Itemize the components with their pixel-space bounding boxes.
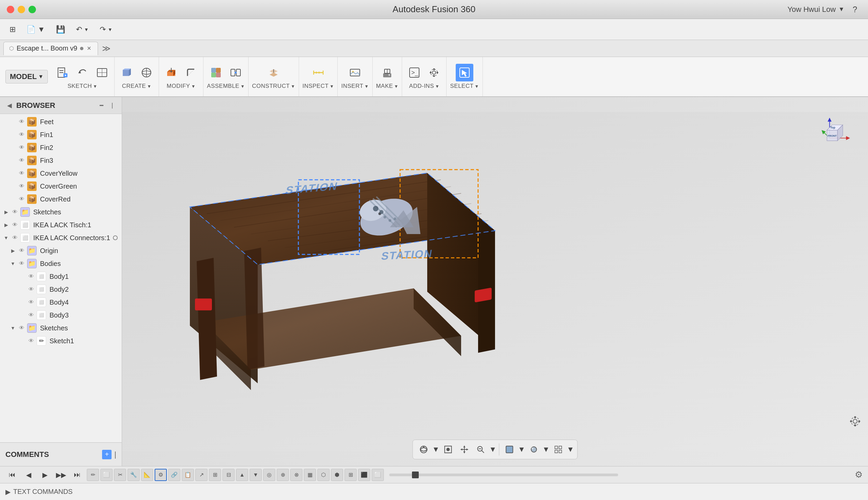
- tree-item-sketches-top[interactable]: ▶ 👁 📁 Sketches: [0, 206, 122, 218]
- inspect-measure-button[interactable]: [310, 64, 327, 81]
- browser-resize-button[interactable]: |: [108, 101, 116, 110]
- timeline-playhead[interactable]: [412, 471, 419, 478]
- create-box-button[interactable]: [118, 64, 136, 81]
- tl-icon-20[interactable]: ⊞: [345, 469, 357, 481]
- eye-icon-tisch[interactable]: 👁: [11, 221, 19, 229]
- select-button[interactable]: [456, 64, 473, 81]
- browser-back-button[interactable]: ◀: [5, 101, 14, 110]
- vp-orbit-dropdown[interactable]: ▼: [433, 442, 439, 457]
- timeline-track[interactable]: [389, 474, 618, 476]
- vp-display-dropdown[interactable]: ▼: [518, 442, 525, 457]
- save-button[interactable]: 💾: [52, 22, 69, 37]
- tl-icon-11[interactable]: ⊟: [222, 469, 235, 481]
- vp-grid-button[interactable]: [551, 442, 566, 457]
- comments-resize-button[interactable]: |: [114, 450, 116, 459]
- eye-icon-body1[interactable]: 👁: [27, 272, 35, 281]
- sketch-finish-button[interactable]: [93, 64, 111, 81]
- expand-icon-bodies[interactable]: ▼: [10, 260, 16, 267]
- tree-item-bodies[interactable]: ▼ 👁 📁 Bodies: [0, 257, 122, 270]
- tree-item-origin[interactable]: ▶ 👁 📁 Origin: [0, 244, 122, 257]
- tl-icon-6[interactable]: ⚙: [154, 469, 167, 481]
- vp-render-mode-button[interactable]: [526, 442, 542, 457]
- vp-orbit-button[interactable]: [416, 442, 431, 457]
- comments-add-button[interactable]: +: [102, 450, 112, 459]
- vp-zoom-dropdown[interactable]: ▼: [490, 442, 496, 457]
- user-menu[interactable]: Yow Hwui Low ▼ ?: [784, 5, 861, 14]
- timeline-first-button[interactable]: ⏮: [5, 468, 19, 482]
- eye-icon-fin3[interactable]: 👁: [18, 156, 26, 164]
- tl-icon-14[interactable]: ◎: [263, 469, 275, 481]
- expand-icon-sketches[interactable]: ▶: [3, 208, 10, 215]
- assemble-joint-button[interactable]: [227, 64, 244, 81]
- tree-item-feet[interactable]: 👁 📦 Feet: [0, 115, 122, 128]
- create-sphere-button[interactable]: [138, 64, 155, 81]
- tl-icon-12[interactable]: ▲: [236, 469, 248, 481]
- vp-display-mode-button[interactable]: [502, 442, 517, 457]
- expand-icon-sketches-nested[interactable]: ▼: [10, 325, 16, 331]
- tl-icon-22[interactable]: ⬜: [372, 469, 384, 481]
- expand-icon-origin[interactable]: ▶: [10, 247, 16, 254]
- tab-0[interactable]: ⬡ Escape t... Boom v9 ✕: [3, 42, 98, 55]
- vp-grid-dropdown[interactable]: ▼: [567, 442, 574, 457]
- eye-icon-body2[interactable]: 👁: [27, 285, 35, 293]
- tree-item-body4[interactable]: 👁 ⬜ Body4: [0, 296, 122, 309]
- tl-icon-10[interactable]: ⊞: [209, 469, 221, 481]
- make-3d-print-button[interactable]: [378, 64, 396, 81]
- assemble-new-component-button[interactable]: [207, 64, 225, 81]
- tl-icon-4[interactable]: 🔧: [127, 469, 140, 481]
- addins-scripts-button[interactable]: >_: [406, 64, 423, 81]
- tl-icon-18[interactable]: ⬡: [317, 469, 329, 481]
- tree-item-body1[interactable]: 👁 ⬜ Body1: [0, 270, 122, 283]
- expand-icon-tisch[interactable]: ▶: [3, 221, 10, 228]
- eye-icon-feet[interactable]: 👁: [18, 118, 26, 126]
- modify-fillet-button[interactable]: [182, 64, 200, 81]
- eye-icon-fin1[interactable]: 👁: [18, 130, 26, 139]
- tree-item-sketch1[interactable]: 👁 ✏ Sketch1: [0, 334, 122, 347]
- eye-icon-sketch1[interactable]: 👁: [27, 337, 35, 345]
- maximize-button[interactable]: [28, 6, 36, 13]
- model-dropdown[interactable]: MODEL ▼: [5, 70, 48, 83]
- file-menu-button[interactable]: 📄 ▼: [22, 22, 49, 37]
- eye-icon-cg[interactable]: 👁: [18, 182, 26, 190]
- tl-icon-9[interactable]: ↗: [195, 469, 208, 481]
- undo-button[interactable]: ↶ ▼: [72, 22, 93, 37]
- redo-button[interactable]: ↷ ▼: [96, 22, 117, 37]
- tl-icon-15[interactable]: ⊕: [277, 469, 289, 481]
- tree-item-ikea-tisch[interactable]: ▶ 👁 ⬜ IKEA LACK Tisch:1: [0, 218, 122, 231]
- timeline-next-button[interactable]: ▶▶: [54, 468, 68, 482]
- eye-icon-bodies[interactable]: 👁: [18, 260, 26, 268]
- tl-icon-7[interactable]: 🔗: [168, 469, 181, 481]
- tl-icon-13[interactable]: ▼: [250, 469, 262, 481]
- tree-item-fin3[interactable]: 👁 📦 Fin3: [0, 154, 122, 167]
- addins-gear-button[interactable]: [425, 64, 443, 81]
- tl-icon-17[interactable]: ▦: [304, 469, 316, 481]
- grid-view-button[interactable]: ⊞: [5, 22, 20, 37]
- view-cube[interactable]: Top FRONT: [814, 104, 861, 151]
- eye-icon-sketches-nested[interactable]: 👁: [18, 324, 26, 332]
- tree-item-body3[interactable]: 👁 ⬜ Body3: [0, 309, 122, 321]
- close-button[interactable]: [7, 6, 14, 13]
- eye-icon-cr[interactable]: 👁: [18, 195, 26, 203]
- timeline-settings-button[interactable]: ⚙: [855, 469, 863, 480]
- insert-image-button[interactable]: [346, 64, 364, 81]
- tree-item-cover-yellow[interactable]: 👁 📦 CoverYellow: [0, 167, 122, 180]
- eye-icon-body3[interactable]: 👁: [27, 311, 35, 319]
- tl-icon-1[interactable]: ✏: [87, 469, 99, 481]
- tl-icon-21[interactable]: ⬛: [358, 469, 370, 481]
- tree-item-ikea-connectors[interactable]: ▼ 👁 ⬜ IKEA LACK Connectors:1: [0, 231, 122, 244]
- viewport[interactable]: STATION STATION: [122, 97, 868, 466]
- sketch-undo-button[interactable]: [73, 64, 91, 81]
- eye-icon-origin[interactable]: 👁: [18, 247, 26, 255]
- tl-icon-5[interactable]: 📐: [141, 469, 153, 481]
- tree-item-fin1[interactable]: 👁 📦 Fin1: [0, 128, 122, 141]
- vp-fit-button[interactable]: [441, 442, 456, 457]
- help-icon[interactable]: ?: [853, 5, 857, 14]
- timeline-play-button[interactable]: ▶: [38, 468, 51, 482]
- tl-icon-16[interactable]: ⊗: [290, 469, 302, 481]
- tree-item-cover-green[interactable]: 👁 📦 CoverGreen: [0, 180, 122, 193]
- expand-tabs-button[interactable]: ≫: [99, 44, 113, 53]
- eye-icon-connectors[interactable]: 👁: [11, 234, 19, 242]
- browser-collapse-button[interactable]: ━: [97, 101, 105, 110]
- vp-pan-button[interactable]: [457, 442, 472, 457]
- viewport-settings-button[interactable]: [848, 414, 863, 429]
